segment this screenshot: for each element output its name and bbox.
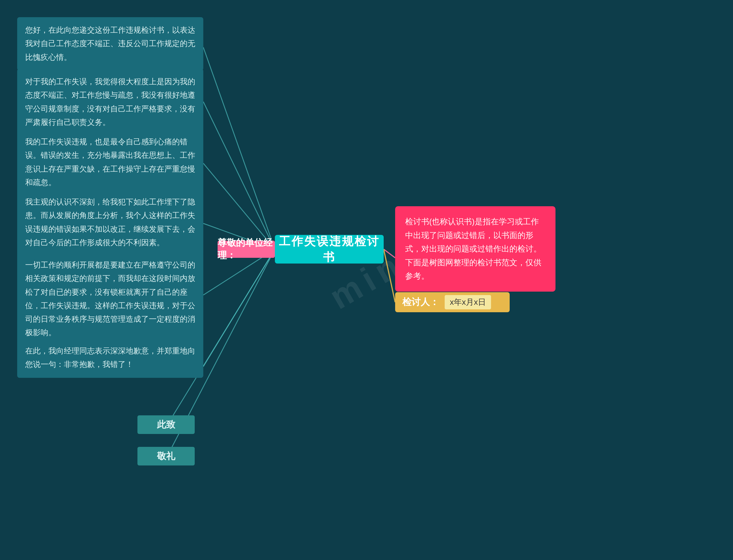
svg-line-10 [384, 249, 395, 258]
left-node-1: 您好，在此向您递交这份工作违规检讨书，以表达我对自己工作态度不端正、违反公司工作… [17, 17, 203, 70]
bottom-node-1-text: 此致 [157, 418, 175, 431]
left-node-6: 在此，我向经理同志表示深深地歉意，并郑重地向您说一句：非常抱歉，我错了！ [17, 338, 203, 378]
bottom-node-2-text: 敬礼 [157, 450, 175, 463]
bottom-node-1: 此致 [137, 415, 195, 434]
bottom-node-2: 敬礼 [137, 447, 195, 465]
left-node-2-text: 对于我的工作失误，我觉得很大程度上是因为我的态度不端正、对工作怠慢与疏忽，我没有… [25, 77, 195, 127]
right-desc-text: 检讨书(也称认识书)是指在学习或工作中出现了问题或过错后，以书面的形式，对出现的… [405, 217, 541, 280]
left-node-4: 我主观的认识不深刻，给我犯下如此工作埋下了隐患。而从发展的角度上分析，我个人这样… [17, 189, 203, 256]
right-reviewer-value: x年x月x日 [445, 295, 491, 309]
central-node-text: 工作失误违规检讨书 [275, 233, 384, 265]
left-node-6-text: 在此，我向经理同志表示深深地歉意，并郑重地向您说一句：非常抱歉，我错了！ [25, 347, 195, 369]
left-node-5-text: 一切工作的顺利开展都是要建立在严格遵守公司的相关政策和规定的前提下，而我却在这段… [25, 261, 195, 337]
right-desc-node: 检讨书(也称认识书)是指在学习或工作中出现了问题或过错后，以书面的形式，对出现的… [395, 206, 555, 292]
right-reviewer-node: 检讨人： x年x月x日 [395, 292, 510, 312]
svg-line-2 [203, 163, 275, 249]
left-node-4-text: 我主观的认识不深刻，给我犯下如此工作埋下了隐患。而从发展的角度上分析，我个人这样… [25, 198, 195, 247]
left-node-2: 对于我的工作失误，我觉得很大程度上是因为我的态度不端正、对工作怠慢与疏忽，我没有… [17, 69, 203, 135]
left-label-text: 尊敬的单位经理： [218, 237, 275, 262]
central-node: 工作失误违规检讨书 [275, 235, 384, 264]
right-reviewer-label: 检讨人： [402, 296, 439, 309]
svg-line-0 [203, 47, 275, 249]
left-node-3-text: 我的工作失误违规，也是最令自己感到心痛的错误。错误的发生，充分地暴露出我在思想上… [25, 137, 195, 187]
left-node-3: 我的工作失误违规，也是最令自己感到心痛的错误。错误的发生，充分地暴露出我在思想上… [17, 129, 203, 196]
left-label-node: 尊敬的单位经理： [218, 241, 275, 258]
svg-line-11 [384, 249, 395, 302]
svg-line-5 [203, 249, 275, 367]
svg-line-1 [203, 102, 275, 249]
mindmap-container: min 您好，在此向您递交这份工作违规检讨书，以表达我对自己工作态度不端正、违反… [0, 0, 733, 560]
left-node-1-text: 您好，在此向您递交这份工作违规检讨书，以表达我对自己工作态度不端正、违反公司工作… [25, 26, 195, 62]
left-node-5: 一切工作的顺利开展都是要建立在严格遵守公司的相关政策和规定的前提下，而我却在这段… [17, 252, 203, 346]
